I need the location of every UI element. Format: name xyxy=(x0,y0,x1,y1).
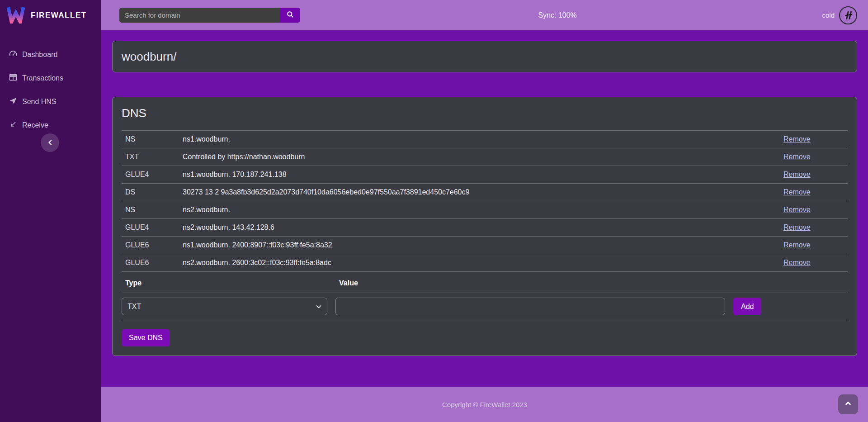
sidebar-item-label: Dashboard xyxy=(22,51,57,59)
dns-records-table: NS ns1.woodburn. Remove TXT Controlled b… xyxy=(122,130,848,320)
table-icon xyxy=(9,73,17,83)
record-value: 30273 13 2 9a3a8fb3d625d2a2073d740f10da6… xyxy=(179,184,780,201)
dns-card: DNS NS ns1.woodburn. Remove TXT Controll… xyxy=(112,97,857,356)
scroll-to-top-button[interactable] xyxy=(838,394,858,414)
firewallet-logo-icon xyxy=(6,5,25,25)
gauge-icon xyxy=(9,50,17,60)
account-area: cold xyxy=(822,6,857,24)
remove-record-link[interactable]: Remove xyxy=(783,223,811,231)
brand[interactable]: FIREWALLET xyxy=(0,0,101,30)
main-content: woodburn/ DNS NS ns1.woodburn. Remove TX… xyxy=(101,30,868,387)
chevron-up-icon xyxy=(845,400,851,408)
add-record-form-row: TXT Add xyxy=(122,293,848,320)
sidebar-item-transactions[interactable]: Transactions xyxy=(0,66,101,90)
table-row: DS 30273 13 2 9a3a8fb3d625d2a2073d740f10… xyxy=(122,183,848,201)
dns-card-title: DNS xyxy=(122,106,848,120)
remove-record-link[interactable]: Remove xyxy=(783,241,811,249)
record-type: GLUE4 xyxy=(122,219,179,236)
record-type: GLUE6 xyxy=(122,254,179,271)
chevron-left-icon xyxy=(47,139,53,147)
sidebar: FIREWALLET Dashboard Tran xyxy=(0,0,101,422)
record-type-select[interactable]: TXT xyxy=(122,298,327,315)
remove-record-link[interactable]: Remove xyxy=(783,206,811,213)
record-value: ns2.woodburn. xyxy=(179,201,780,218)
record-value-input[interactable] xyxy=(335,298,725,315)
table-row: GLUE6 ns2.woodburn. 2600:3c02::f03c:93ff… xyxy=(122,254,848,271)
table-row: TXT Controlled by https://nathan.woodbur… xyxy=(122,148,848,166)
sidebar-collapse-button[interactable] xyxy=(41,133,59,152)
record-type: GLUE6 xyxy=(122,237,179,254)
table-row: GLUE6 ns1.woodburn. 2400:8907::f03c:93ff… xyxy=(122,236,848,254)
record-value: ns1.woodburn. 170.187.241.138 xyxy=(179,166,780,183)
sidebar-item-label: Send HNS xyxy=(22,98,57,106)
record-value: ns2.woodburn. 2600:3c02::f03c:93ff:fe5a:… xyxy=(179,254,780,271)
add-record-button[interactable]: Add xyxy=(733,298,761,315)
domain-title-card: woodburn/ xyxy=(112,41,857,72)
wallet-name-label: cold xyxy=(822,11,835,19)
sidebar-nav: Dashboard Transactions Send HNS xyxy=(0,43,101,137)
sidebar-item-label: Receive xyxy=(22,121,48,129)
handshake-logo-icon[interactable] xyxy=(839,6,857,24)
record-type: GLUE4 xyxy=(122,166,179,183)
record-value: Controlled by https://nathan.woodburn xyxy=(179,148,780,166)
table-row: GLUE4 ns2.woodburn. 143.42.128.6 Remove xyxy=(122,218,848,236)
domain-search xyxy=(119,8,300,23)
remove-record-link[interactable]: Remove xyxy=(783,259,811,266)
remove-record-link[interactable]: Remove xyxy=(783,135,811,143)
topbar: Sync: 100% cold xyxy=(101,0,868,30)
brand-name: FIREWALLET xyxy=(31,11,87,20)
send-icon xyxy=(9,97,17,107)
sidebar-item-send-hns[interactable]: Send HNS xyxy=(0,90,101,114)
remove-record-link[interactable]: Remove xyxy=(783,171,811,178)
record-type: NS xyxy=(122,131,179,148)
remove-record-link[interactable]: Remove xyxy=(783,153,811,161)
record-type: NS xyxy=(122,201,179,218)
sidebar-item-label: Transactions xyxy=(22,74,63,82)
record-value: ns2.woodburn. 143.42.128.6 xyxy=(179,219,780,236)
sync-status: Sync: 100% xyxy=(538,11,576,19)
search-button[interactable] xyxy=(280,8,300,23)
footer: Copyright © FireWallet 2023 xyxy=(101,387,868,422)
record-value: ns1.woodburn. xyxy=(179,131,780,148)
type-column-header: Type xyxy=(125,279,331,287)
value-column-header: Value xyxy=(339,279,729,287)
copyright-text: Copyright © FireWallet 2023 xyxy=(442,401,527,408)
table-row: NS ns2.woodburn. Remove xyxy=(122,201,848,218)
record-type: DS xyxy=(122,184,179,201)
add-record-header-row: Type Value xyxy=(122,271,848,293)
save-dns-button[interactable]: Save DNS xyxy=(122,329,170,346)
table-row: GLUE4 ns1.woodburn. 170.187.241.138 Remo… xyxy=(122,166,848,183)
receive-icon xyxy=(9,120,17,130)
table-row: NS ns1.woodburn. Remove xyxy=(122,130,848,148)
domain-title: woodburn/ xyxy=(122,50,176,64)
sidebar-item-dashboard[interactable]: Dashboard xyxy=(0,43,101,66)
record-value: ns1.woodburn. 2400:8907::f03c:93ff:fe5a:… xyxy=(179,237,780,254)
search-input[interactable] xyxy=(119,8,280,23)
remove-record-link[interactable]: Remove xyxy=(783,188,811,196)
search-icon xyxy=(287,11,294,19)
record-type: TXT xyxy=(122,148,179,166)
